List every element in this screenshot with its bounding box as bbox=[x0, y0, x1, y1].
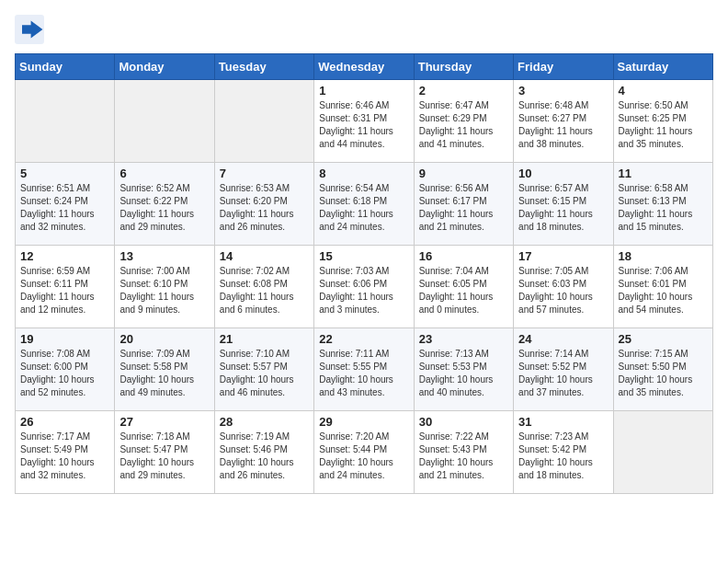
day-info: Sunrise: 7:10 AM Sunset: 5:57 PM Dayligh… bbox=[220, 348, 309, 399]
day-info: Sunrise: 7:00 AM Sunset: 6:10 PM Dayligh… bbox=[119, 265, 209, 316]
day-number: 2 bbox=[419, 84, 508, 98]
calendar-cell: 9Sunrise: 6:56 AM Sunset: 6:17 PM Daylig… bbox=[414, 163, 513, 246]
calendar-week-row: 26Sunrise: 7:17 AM Sunset: 5:49 PM Dayli… bbox=[16, 411, 713, 494]
day-info: Sunrise: 7:03 AM Sunset: 6:06 PM Dayligh… bbox=[319, 265, 408, 316]
column-header-tuesday: Tuesday bbox=[214, 54, 313, 80]
logo-icon bbox=[15, 15, 44, 44]
day-number: 9 bbox=[419, 167, 508, 180]
column-header-wednesday: Wednesday bbox=[314, 54, 414, 80]
day-number: 12 bbox=[20, 249, 109, 263]
calendar-cell: 5Sunrise: 6:51 AM Sunset: 6:24 PM Daylig… bbox=[16, 163, 115, 246]
column-header-sunday: Sunday bbox=[16, 54, 115, 80]
calendar-cell: 21Sunrise: 7:10 AM Sunset: 5:57 PM Dayli… bbox=[214, 328, 313, 411]
day-info: Sunrise: 7:02 AM Sunset: 6:08 PM Dayligh… bbox=[220, 265, 309, 316]
calendar-cell: 16Sunrise: 7:04 AM Sunset: 6:05 PM Dayli… bbox=[414, 246, 513, 328]
day-info: Sunrise: 7:08 AM Sunset: 6:00 PM Dayligh… bbox=[20, 348, 109, 399]
calendar-cell: 28Sunrise: 7:19 AM Sunset: 5:46 PM Dayli… bbox=[214, 411, 313, 494]
day-number: 21 bbox=[220, 332, 309, 346]
day-number: 26 bbox=[20, 415, 109, 429]
day-info: Sunrise: 7:22 AM Sunset: 5:43 PM Dayligh… bbox=[419, 431, 508, 482]
calendar-week-row: 5Sunrise: 6:51 AM Sunset: 6:24 PM Daylig… bbox=[16, 163, 713, 246]
calendar-cell: 18Sunrise: 7:06 AM Sunset: 6:01 PM Dayli… bbox=[613, 246, 712, 328]
day-info: Sunrise: 7:18 AM Sunset: 5:47 PM Dayligh… bbox=[119, 431, 209, 482]
day-info: Sunrise: 6:54 AM Sunset: 6:18 PM Dayligh… bbox=[319, 182, 408, 234]
day-info: Sunrise: 6:57 AM Sunset: 6:15 PM Dayligh… bbox=[518, 182, 608, 234]
day-number: 1 bbox=[319, 84, 408, 98]
calendar-cell: 23Sunrise: 7:13 AM Sunset: 5:53 PM Dayli… bbox=[414, 328, 513, 411]
day-info: Sunrise: 7:14 AM Sunset: 5:52 PM Dayligh… bbox=[518, 348, 608, 399]
day-number: 5 bbox=[20, 167, 109, 180]
day-info: Sunrise: 7:05 AM Sunset: 6:03 PM Dayligh… bbox=[518, 265, 608, 316]
day-number: 25 bbox=[619, 332, 708, 346]
calendar-cell: 20Sunrise: 7:09 AM Sunset: 5:58 PM Dayli… bbox=[115, 328, 214, 411]
day-number: 13 bbox=[119, 249, 209, 263]
logo bbox=[15, 15, 48, 44]
calendar-cell: 24Sunrise: 7:14 AM Sunset: 5:52 PM Dayli… bbox=[514, 328, 613, 411]
calendar-cell: 19Sunrise: 7:08 AM Sunset: 6:00 PM Dayli… bbox=[16, 328, 115, 411]
calendar-cell: 17Sunrise: 7:05 AM Sunset: 6:03 PM Dayli… bbox=[514, 246, 613, 328]
day-number: 24 bbox=[518, 332, 608, 346]
day-info: Sunrise: 7:15 AM Sunset: 5:50 PM Dayligh… bbox=[619, 348, 708, 399]
day-number: 7 bbox=[220, 167, 309, 180]
calendar-cell: 15Sunrise: 7:03 AM Sunset: 6:06 PM Dayli… bbox=[314, 246, 414, 328]
column-header-thursday: Thursday bbox=[414, 54, 513, 80]
day-number: 29 bbox=[319, 415, 408, 429]
day-number: 11 bbox=[619, 167, 708, 180]
calendar-cell bbox=[613, 411, 712, 494]
day-info: Sunrise: 7:19 AM Sunset: 5:46 PM Dayligh… bbox=[220, 431, 309, 482]
calendar-week-row: 1Sunrise: 6:46 AM Sunset: 6:31 PM Daylig… bbox=[16, 80, 713, 163]
calendar-cell: 10Sunrise: 6:57 AM Sunset: 6:15 PM Dayli… bbox=[514, 163, 613, 246]
day-number: 4 bbox=[619, 84, 708, 98]
day-info: Sunrise: 6:52 AM Sunset: 6:22 PM Dayligh… bbox=[119, 182, 209, 234]
day-info: Sunrise: 7:06 AM Sunset: 6:01 PM Dayligh… bbox=[619, 265, 708, 316]
day-info: Sunrise: 6:48 AM Sunset: 6:27 PM Dayligh… bbox=[518, 99, 608, 151]
day-info: Sunrise: 7:13 AM Sunset: 5:53 PM Dayligh… bbox=[419, 348, 508, 399]
day-info: Sunrise: 6:46 AM Sunset: 6:31 PM Dayligh… bbox=[319, 99, 408, 151]
day-info: Sunrise: 7:17 AM Sunset: 5:49 PM Dayligh… bbox=[20, 431, 109, 482]
calendar-cell bbox=[214, 80, 313, 163]
column-header-friday: Friday bbox=[514, 54, 613, 80]
calendar-cell: 31Sunrise: 7:23 AM Sunset: 5:42 PM Dayli… bbox=[514, 411, 613, 494]
calendar-cell: 25Sunrise: 7:15 AM Sunset: 5:50 PM Dayli… bbox=[613, 328, 712, 411]
calendar-cell bbox=[16, 80, 115, 163]
calendar-table: SundayMondayTuesdayWednesdayThursdayFrid… bbox=[15, 53, 713, 494]
calendar-cell: 22Sunrise: 7:11 AM Sunset: 5:55 PM Dayli… bbox=[314, 328, 414, 411]
day-number: 10 bbox=[518, 167, 608, 180]
day-info: Sunrise: 6:47 AM Sunset: 6:29 PM Dayligh… bbox=[419, 99, 508, 151]
calendar-cell: 13Sunrise: 7:00 AM Sunset: 6:10 PM Dayli… bbox=[115, 246, 214, 328]
column-header-saturday: Saturday bbox=[613, 54, 712, 80]
day-number: 14 bbox=[220, 249, 309, 263]
day-number: 17 bbox=[518, 249, 608, 263]
day-number: 28 bbox=[220, 415, 309, 429]
day-info: Sunrise: 7:09 AM Sunset: 5:58 PM Dayligh… bbox=[119, 348, 209, 399]
calendar-cell: 4Sunrise: 6:50 AM Sunset: 6:25 PM Daylig… bbox=[613, 80, 712, 163]
day-number: 15 bbox=[319, 249, 408, 263]
day-number: 20 bbox=[119, 332, 209, 346]
day-info: Sunrise: 7:04 AM Sunset: 6:05 PM Dayligh… bbox=[419, 265, 508, 316]
calendar-cell: 27Sunrise: 7:18 AM Sunset: 5:47 PM Dayli… bbox=[115, 411, 214, 494]
calendar-cell: 30Sunrise: 7:22 AM Sunset: 5:43 PM Dayli… bbox=[414, 411, 513, 494]
calendar-cell: 1Sunrise: 6:46 AM Sunset: 6:31 PM Daylig… bbox=[314, 80, 414, 163]
calendar-cell: 26Sunrise: 7:17 AM Sunset: 5:49 PM Dayli… bbox=[16, 411, 115, 494]
day-info: Sunrise: 6:59 AM Sunset: 6:11 PM Dayligh… bbox=[20, 265, 109, 316]
calendar-cell: 7Sunrise: 6:53 AM Sunset: 6:20 PM Daylig… bbox=[214, 163, 313, 246]
day-info: Sunrise: 6:58 AM Sunset: 6:13 PM Dayligh… bbox=[619, 182, 708, 234]
day-number: 22 bbox=[319, 332, 408, 346]
calendar-cell: 6Sunrise: 6:52 AM Sunset: 6:22 PM Daylig… bbox=[115, 163, 214, 246]
day-number: 27 bbox=[119, 415, 209, 429]
day-info: Sunrise: 6:53 AM Sunset: 6:20 PM Dayligh… bbox=[220, 182, 309, 234]
day-info: Sunrise: 7:11 AM Sunset: 5:55 PM Dayligh… bbox=[319, 348, 408, 399]
calendar-cell bbox=[115, 80, 214, 163]
day-number: 30 bbox=[419, 415, 508, 429]
calendar-cell: 14Sunrise: 7:02 AM Sunset: 6:08 PM Dayli… bbox=[214, 246, 313, 328]
day-number: 19 bbox=[20, 332, 109, 346]
day-info: Sunrise: 6:56 AM Sunset: 6:17 PM Dayligh… bbox=[419, 182, 508, 234]
page-header bbox=[15, 15, 713, 44]
calendar-week-row: 12Sunrise: 6:59 AM Sunset: 6:11 PM Dayli… bbox=[16, 246, 713, 328]
day-number: 6 bbox=[119, 167, 209, 180]
calendar-cell: 11Sunrise: 6:58 AM Sunset: 6:13 PM Dayli… bbox=[613, 163, 712, 246]
column-header-monday: Monday bbox=[115, 54, 214, 80]
day-number: 31 bbox=[518, 415, 608, 429]
day-number: 3 bbox=[518, 84, 608, 98]
day-number: 18 bbox=[619, 249, 708, 263]
